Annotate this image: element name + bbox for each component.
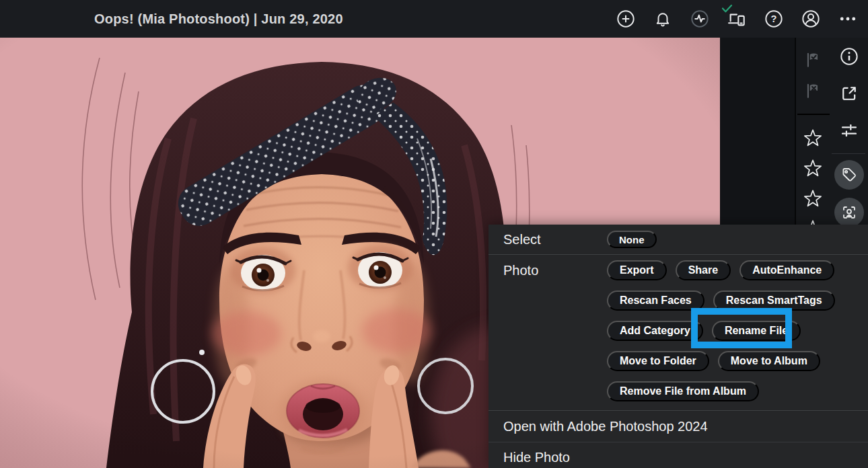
svg-text:?: ? [771,13,777,24]
menu-item-open-with[interactable]: Open with Adobe Photoshop 2024 [489,411,868,442]
info-icon[interactable] [840,47,859,66]
share-button[interactable]: Share [676,260,731,280]
open-with-label: Open with Adobe Photoshop 2024 [503,411,708,442]
adjustments-icon[interactable] [840,121,859,140]
photo-actions-row-5: Remove File from Album [607,381,868,401]
open-external-icon[interactable] [840,84,859,103]
face-recognition-icon[interactable] [834,198,864,227]
more-options-icon[interactable] [838,9,857,28]
rating-divider [797,114,830,115]
notifications-bell-icon[interactable] [653,9,672,28]
photo-context-menu: Select None Photo Export Share AutoEnhan… [489,225,868,468]
select-label: Select [503,225,541,254]
photo-actions-row-1: Export Share AutoEnhance [607,260,868,280]
star-rating-2-icon[interactable] [803,159,823,179]
star-rating-1-icon[interactable] [803,128,823,149]
star-rating-3-icon[interactable] [803,189,823,209]
add-category-button[interactable]: Add Category [607,321,703,341]
tools-divider [832,153,865,154]
flag-accept-icon[interactable] [804,51,822,69]
devices-sync-icon[interactable] [727,9,746,28]
remove-file-from-album-button[interactable]: Remove File from Album [607,381,759,401]
flag-reject-icon[interactable] [804,82,822,100]
rescan-faces-button[interactable]: Rescan Faces [607,290,704,311]
move-to-folder-button[interactable]: Move to Folder [607,351,709,371]
export-button[interactable]: Export [607,260,667,280]
add-icon[interactable] [616,9,635,28]
menu-item-hide-photo[interactable]: Hide Photo [489,442,868,468]
hide-photo-label: Hide Photo [503,442,570,468]
select-none-button[interactable]: None [607,231,657,248]
highlight-frame [691,308,792,348]
select-row: Select None [489,225,868,255]
sync-check-icon [721,4,733,13]
photo-actions-section: Photo Export Share AutoEnhance Rescan Fa… [489,255,868,411]
tag-icon[interactable] [834,160,864,190]
autoenhance-button[interactable]: AutoEnhance [739,260,834,280]
page-title: Oops! (Mia Photoshoot) | Jun 29, 2020 [94,0,343,38]
photo-actions-row-4: Move to Folder Move to Album [607,351,868,371]
help-icon[interactable]: ? [764,9,783,28]
activity-icon[interactable] [690,9,709,28]
photo-label: Photo [503,260,538,280]
account-icon[interactable] [801,9,820,28]
move-to-album-button[interactable]: Move to Album [718,351,820,371]
topbar-icon-group: ? [616,0,868,38]
top-bar: Oops! (Mia Photoshoot) | Jun 29, 2020 [0,0,868,38]
